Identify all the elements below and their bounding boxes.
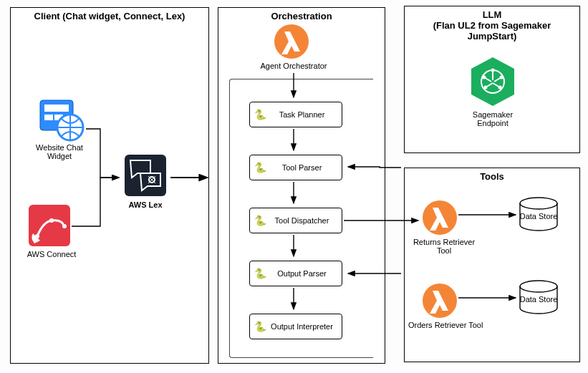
aws-connect-label: AWS Connect (24, 250, 79, 258)
website-chat-label: Website Chat Widget (29, 143, 90, 160)
orders-retriever-label: Orders Retriever Tool (408, 321, 487, 329)
tool-dispatcher-label: Tool Dispatcher (266, 216, 337, 225)
task-planner-box: 🐍 Task Planner (249, 102, 342, 127)
orders-retriever-text: Orders Retriever Tool (408, 321, 483, 329)
sagemaker-endpoint-text: Sagemaker Endpoint (473, 110, 513, 127)
client-panel: Client (Chat widget, Connect, Lex) (10, 7, 209, 364)
python-icon: 🐍 (254, 109, 266, 120)
client-title: Client (Chat widget, Connect, Lex) (11, 11, 208, 21)
aws-lex-label: AWS Lex (125, 200, 166, 209)
agent-orchestrator-label: Agent Orchestrator (251, 62, 337, 70)
tool-dispatcher-box: 🐍 Tool Dispatcher (249, 208, 342, 233)
python-icon: 🐍 (254, 162, 266, 173)
tools-panel: Tools (404, 168, 580, 362)
returns-retriever-label: Returns Retriever Tool (410, 238, 478, 255)
sagemaker-endpoint-label: Sagemaker Endpoint (464, 110, 521, 127)
llm-title-line3: JumpStart) (468, 31, 517, 42)
output-parser-label: Output Parser (266, 269, 337, 278)
llm-panel: LLM (Flan UL2 from Sagemaker JumpStart) (404, 6, 580, 153)
llm-title-line1: LLM (483, 9, 502, 20)
output-parser-box: 🐍 Output Parser (249, 261, 342, 286)
llm-title: LLM (Flan UL2 from Sagemaker JumpStart) (405, 9, 579, 42)
python-icon: 🐍 (254, 215, 266, 226)
tool-parser-label: Tool Parser (266, 163, 337, 172)
python-icon: 🐍 (254, 268, 266, 279)
python-icon: 🐍 (254, 321, 266, 332)
output-interpreter-box: 🐍 Output Interpreter (249, 314, 342, 339)
returns-datastore-label: Data Store (517, 212, 560, 221)
tool-parser-box: 🐍 Tool Parser (249, 155, 342, 180)
tools-title: Tools (405, 171, 579, 182)
orchestration-title: Orchestration (218, 11, 385, 21)
llm-title-line2: (Flan UL2 from Sagemaker (433, 20, 551, 31)
orders-datastore-label: Data Store (517, 295, 560, 304)
task-planner-label: Task Planner (266, 110, 337, 119)
returns-retriever-text: Returns Retriever Tool (413, 238, 475, 255)
output-interpreter-label: Output Interpreter (266, 322, 337, 331)
